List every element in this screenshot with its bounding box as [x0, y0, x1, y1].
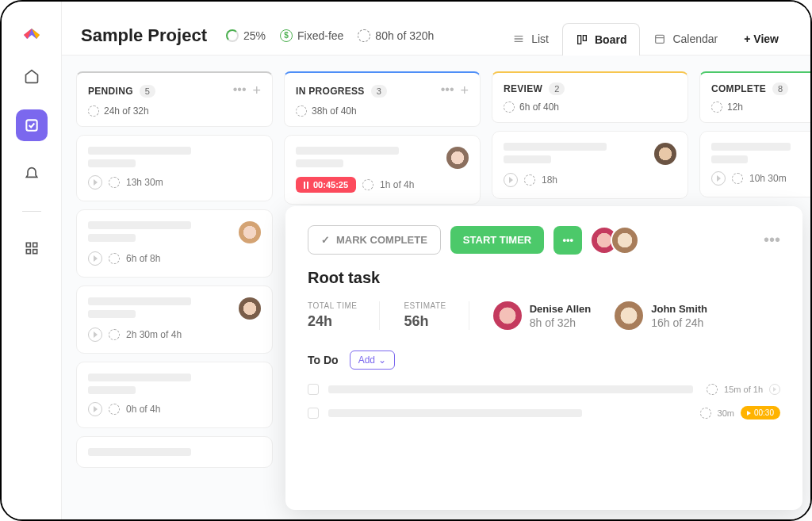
dollar-icon: $ [280, 29, 293, 42]
clock-icon [109, 177, 120, 188]
clock-icon [711, 102, 722, 113]
checkbox[interactable] [308, 408, 319, 419]
column-menu-icon[interactable]: ••• [233, 82, 247, 99]
clickup-logo [19, 17, 44, 43]
todo-heading: To Do [308, 354, 339, 366]
svg-rect-1 [26, 243, 30, 247]
play-icon[interactable] [504, 173, 518, 187]
clock-icon [109, 329, 120, 340]
mark-complete-button[interactable]: ✓MARK COMPLETE [308, 225, 441, 255]
svg-rect-10 [656, 35, 665, 43]
task-detail-panel: ✓MARK COMPLETE START TIMER ••• ••• Root … [285, 206, 802, 510]
task-card[interactable]: 00:45:25 1h of 4h [284, 135, 481, 205]
header: Sample Project 25% $Fixed-fee 80h of 320… [62, 2, 810, 56]
clock-icon [362, 179, 373, 190]
clock-icon [109, 404, 120, 415]
todo-item[interactable]: 15m of 1h [308, 384, 780, 395]
avatar [239, 297, 261, 320]
clock-icon [109, 253, 120, 264]
clock-icon [707, 384, 718, 395]
user-time-entry: John Smith16h of 24h [615, 301, 707, 330]
hours-metric: 80h of 320h [358, 29, 434, 42]
home-icon[interactable] [16, 60, 48, 92]
svg-rect-3 [26, 250, 30, 254]
task-card[interactable]: 6h of 8h [76, 209, 273, 278]
clock-icon [358, 29, 370, 42]
task-card[interactable]: 10h 30m [699, 131, 810, 197]
todo-item[interactable]: 30m00:30 [308, 406, 780, 419]
avatar [615, 301, 643, 330]
notifications-icon[interactable] [16, 159, 48, 190]
clock-icon [732, 173, 743, 184]
clock-icon [88, 105, 99, 117]
view-board-tab[interactable]: Board [562, 23, 640, 56]
column-header-in-progress: IN PROGRESS 3 •••+ 38h of 40h [284, 71, 481, 127]
play-icon[interactable] [769, 384, 780, 395]
billing-metric: $Fixed-fee [280, 29, 343, 42]
svg-rect-2 [33, 243, 36, 247]
clock-icon [296, 105, 307, 117]
sidebar-divider [22, 211, 41, 212]
todo-text-placeholder [328, 385, 693, 393]
sidebar [2, 2, 62, 519]
play-icon[interactable] [88, 251, 102, 266]
avatar [446, 147, 469, 169]
task-card[interactable]: 18h [492, 131, 688, 199]
add-todo-button[interactable]: Add⌄ [350, 351, 395, 370]
chevron-down-icon: ⌄ [378, 354, 386, 366]
checkbox[interactable] [308, 384, 319, 395]
svg-rect-9 [583, 36, 586, 41]
avatar [654, 143, 676, 165]
add-view-button[interactable]: + View [731, 23, 791, 55]
clock-icon [700, 408, 711, 419]
apps-icon[interactable] [16, 232, 48, 264]
clock-icon [524, 174, 535, 186]
task-card[interactable]: 13h 30m [76, 135, 273, 201]
play-icon[interactable] [88, 328, 102, 342]
pause-icon [304, 182, 308, 189]
avatar [493, 301, 522, 330]
task-title: Root task [308, 269, 780, 287]
avatar [239, 221, 261, 243]
column-menu-icon[interactable]: ••• [441, 82, 454, 99]
svg-rect-8 [578, 36, 581, 44]
column-pending: PENDING 5 •••+ 24h of 32h 13h 30m 6h of … [76, 71, 273, 504]
assignee-stack[interactable] [598, 226, 639, 255]
view-calendar-tab[interactable]: Calendar [640, 22, 731, 55]
task-menu-icon[interactable]: ••• [764, 231, 780, 249]
start-timer-button[interactable]: START TIMER [450, 226, 544, 254]
task-card[interactable]: 0h of 4h [76, 362, 273, 428]
avatar [611, 226, 639, 255]
column-header-complete: COMPLETE 8 12h [699, 71, 810, 123]
add-card-icon[interactable]: + [252, 82, 261, 99]
timer-more-button[interactable]: ••• [553, 226, 582, 255]
play-icon[interactable] [88, 402, 102, 416]
column-header-pending: PENDING 5 •••+ 24h of 32h [76, 71, 273, 127]
task-card[interactable] [76, 436, 273, 468]
project-title: Sample Project [81, 25, 207, 46]
play-icon[interactable] [88, 175, 102, 190]
add-card-icon[interactable]: + [460, 82, 469, 99]
view-list-tab[interactable]: List [499, 22, 562, 55]
column-header-review: REVIEW 2 6h of 40h [492, 71, 688, 123]
tasks-icon[interactable] [16, 109, 48, 141]
progress-metric: 25% [226, 29, 266, 42]
active-timer-small[interactable]: 00:30 [741, 406, 780, 419]
check-icon: ✓ [321, 234, 330, 246]
todo-text-placeholder [328, 409, 582, 417]
svg-rect-4 [33, 250, 36, 254]
progress-ring-icon [226, 29, 239, 42]
active-timer[interactable]: 00:45:25 [296, 177, 356, 193]
user-time-entry: Denise Allen8h of 32h [493, 301, 592, 330]
clock-icon [504, 102, 515, 113]
task-card[interactable]: 2h 30m of 4h [76, 285, 273, 354]
play-icon[interactable] [711, 171, 726, 186]
